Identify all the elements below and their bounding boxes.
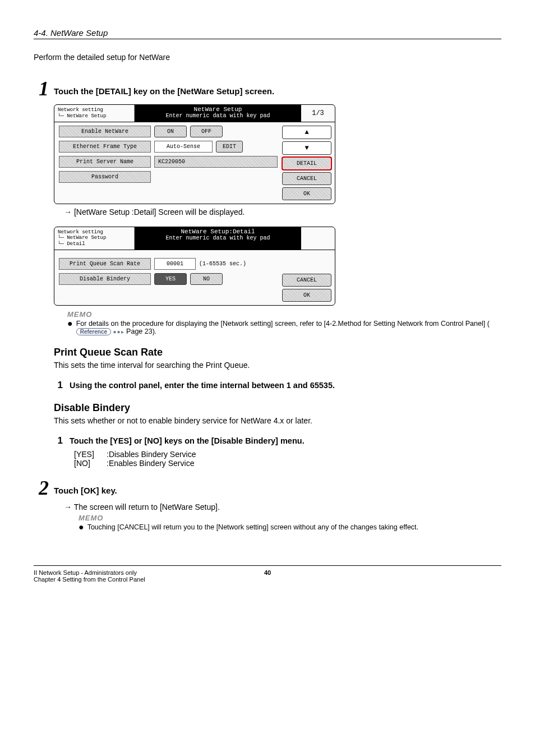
ok-button[interactable]: OK [282,289,331,302]
frame-type-value: Auto-Sense [154,141,213,153]
password-label: Password [59,171,151,183]
scan-rate-hint: (1-65535 sec.) [199,261,246,267]
enable-off-button[interactable]: OFF [190,126,223,137]
scan-rate-desc: This sets the time interval for searchin… [54,361,501,370]
ok-button[interactable]: OK [282,187,331,200]
cancel-button[interactable]: CANCEL [282,274,331,287]
step-1-result: [NetWare Setup :Detail] Screen will be d… [64,208,501,216]
step-1-text: Touch the [DETAIL] key on the [NetWare S… [54,79,274,96]
screen-title: NetWare Setup [137,106,299,113]
opt-no-desc: :Enables Bindery Service [107,459,194,468]
page-indicator: 1/3 [301,105,335,122]
reference-badge: Reference [76,328,111,335]
breadcrumb: Network setting └─ NetWare Setup [54,105,135,122]
opt-yes-desc: :Disables Bindery Service [107,450,196,459]
breadcrumb-l2: └─ NetWare Setup [58,113,131,119]
bindery-heading: Disable Bindery [54,402,501,414]
bindery-desc: This sets whether or not to enable binde… [54,416,501,425]
bindery-no-button[interactable]: NO [190,273,223,285]
page-footer: II Network Setup - Administrators only C… [34,565,501,583]
detail-button[interactable]: DETAIL [282,157,331,170]
memo-title: MEMO [79,514,501,522]
step-number: 1 [54,380,63,391]
memo-2: MEMO ● Touching [CANCEL] will return you… [79,514,501,531]
opt-yes-key: [YES] [74,450,101,459]
memo-text: For details on the procedure for display… [76,320,501,335]
scan-rate-step-1: 1 Using the control panel, enter the tim… [54,380,501,391]
bullet-icon: ● [67,320,73,335]
netware-setup-screen: Network setting └─ NetWare Setup NetWare… [54,104,501,204]
cancel-button[interactable]: CANCEL [282,172,331,185]
screen-title: NetWare Setup:Detail [137,228,299,235]
memo-1: MEMO ● For details on the procedure for … [67,310,501,335]
bindery-yes-button[interactable]: YES [154,273,187,285]
breadcrumb: Network setting └─ NetWare Setup └─ Deta… [54,227,135,250]
step-2-text: Touch [OK] key. [54,478,117,495]
enable-netware-label: Enable NetWare [59,126,151,137]
breadcrumb-l1: Network setting [58,107,131,113]
print-server-name-label: Print Server Name [59,156,151,168]
page-down-button[interactable]: ▼ [282,141,331,155]
netware-detail-screen: Network setting └─ NetWare Setup └─ Deta… [54,227,501,306]
step-2-result: The screen will return to [NetWare Setup… [64,503,501,511]
bindery-options: [YES] :Disables Bindery Service [NO] :En… [74,450,501,468]
screen-subtitle: Enter numeric data with key pad [137,235,299,241]
scan-rate-heading: Print Queue Scan Rate [54,347,501,358]
step-text: Touch the [YES] or [NO] keys on the [Dis… [70,435,305,445]
step-number: 1 [54,435,63,446]
scan-rate-label: Print Queue Scan Rate [59,258,151,270]
page-number: 40 [264,569,271,576]
enable-on-button[interactable]: ON [154,126,187,137]
step-1-number: 1 [34,79,54,99]
frame-type-label: Ethernet Frame Type [59,141,151,153]
step-2: 2 Touch [OK] key. [34,478,501,498]
frame-edit-button[interactable]: EDIT [216,141,243,153]
bindery-step-1: 1 Touch the [YES] or [NO] keys on the [D… [54,435,501,446]
memo-title: MEMO [67,310,501,319]
section-header: 4-4. NetWare Setup [34,28,501,39]
step-1: 1 Touch the [DETAIL] key on the [NetWare… [34,79,501,99]
step-2-number: 2 [34,478,54,498]
footer-line-2: Chapter 4 Setting from the Control Panel [34,576,145,583]
footer-line-1: II Network Setup - Administrators only [34,569,145,576]
breadcrumb-l2: └─ NetWare Setup [58,235,131,241]
memo-text: Touching [CANCEL] will return you to the… [87,523,501,531]
page-up-button[interactable]: ▲ [282,126,331,139]
step-text: Using the control panel, enter the time … [70,380,335,390]
bullet-icon: ● [79,523,84,531]
print-server-name-value: KC220050 [154,156,278,168]
disable-bindery-label: Disable Bindery [59,273,151,285]
breadcrumb-l3: └─ Detail [58,241,131,247]
reference-arrow-icon: ●●▸ [113,329,124,335]
breadcrumb-l1: Network setting [58,229,131,236]
intro-text: Perform the detailed setup for NetWare [34,53,501,62]
scan-rate-value[interactable]: 00001 [154,258,196,270]
screen-subtitle: Enter numeric data with key pad [137,113,299,119]
opt-no-key: [NO] [74,459,101,468]
